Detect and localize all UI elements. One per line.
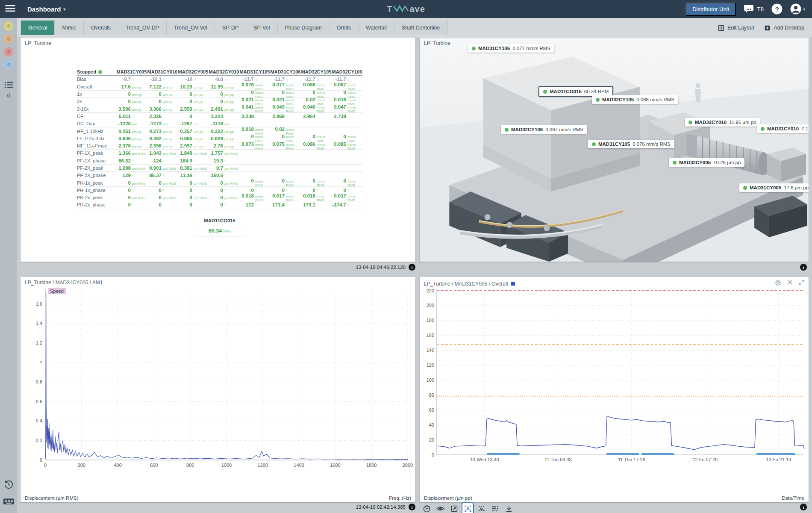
- table-cell: 0.043mm/s RMS: [270, 104, 301, 113]
- info-icon[interactable]: i: [800, 264, 807, 271]
- help-button[interactable]: ?: [771, 3, 783, 15]
- sensor-label-mad32cy010[interactable]: MAD32CY01011.95 µm pp: [685, 118, 760, 127]
- turbine-3d-scene[interactable]: [420, 38, 809, 262]
- info-icon[interactable]: i: [409, 264, 415, 271]
- svg-text:?: ?: [775, 6, 779, 13]
- tab-list: GeneralMimicOverallsTrend_OV-DPTrend_OV-…: [21, 21, 448, 35]
- status-dot: [472, 47, 476, 50]
- hamburger-menu-icon[interactable]: [5, 5, 16, 13]
- sensor-label-mad31cy106[interactable]: MAD31CY1060.077 mm/s RMS: [468, 44, 554, 53]
- table-cell: 0.075mm/s RMS: [270, 142, 301, 150]
- svg-text:12 Fri 21:13: 12 Fri 21:13: [766, 457, 791, 462]
- event-list-icon[interactable]: [4, 81, 13, 90]
- svg-text:1600: 1600: [330, 463, 340, 468]
- account-menu[interactable]: ▾: [790, 3, 805, 15]
- svg-text:0: 0: [44, 463, 47, 468]
- tab-sp-dp[interactable]: SP-DP: [215, 21, 246, 35]
- expand-icon-button[interactable]: [798, 279, 805, 288]
- add-square-icon: [764, 25, 771, 31]
- alarm-count-badge[interactable]: 0: [4, 47, 13, 56]
- column-header: MAD32CY005: [178, 69, 209, 74]
- table-cell: 1.043µm RMS: [147, 150, 178, 156]
- keyboard-icon[interactable]: [3, 497, 15, 507]
- svg-text:60: 60: [429, 407, 434, 413]
- download-icon-button[interactable]: [503, 503, 514, 513]
- gear-icon-button[interactable]: [774, 279, 782, 288]
- tab-phase-diagram[interactable]: Phase Diagram: [278, 21, 330, 35]
- table-cell: 164.9°: [178, 158, 209, 163]
- alarm-count-badge[interactable]: 0: [4, 34, 13, 44]
- table-cell: 0µm pp: [209, 91, 239, 97]
- table-cell: 0°: [239, 188, 270, 193]
- series-legend-swatch[interactable]: [511, 282, 515, 286]
- tab-sp-vel[interactable]: SP-Vel: [246, 21, 277, 35]
- wave-dashed-icon-button[interactable]: [476, 503, 487, 513]
- tab-mimic[interactable]: Mimic: [55, 21, 84, 35]
- table-row: PH-2x_peak0µm RMS0µm RMS0µm RMS0µm RMS0.…: [77, 194, 362, 201]
- table-cell: 0°: [332, 188, 362, 193]
- status-dot: [98, 70, 102, 74]
- table-cell: 1.366µm RMS: [116, 150, 147, 156]
- svg-text:1.4: 1.4: [36, 321, 42, 326]
- history-icon[interactable]: [4, 480, 14, 491]
- svg-text:160: 160: [427, 333, 434, 338]
- svg-text:140: 140: [427, 348, 434, 353]
- trend-chart[interactable]: 02040608010012014016018020022010 Wed 13:…: [420, 286, 808, 487]
- tab-trend-ov-vel[interactable]: Trend_OV-Vel: [167, 21, 215, 35]
- tab-general[interactable]: General: [21, 21, 55, 35]
- alarm-count-badge[interactable]: 0: [4, 21, 13, 31]
- table-cell: 0.041mm/s RMS: [239, 104, 270, 113]
- tab-trend-ov-dp[interactable]: Trend_OV-DP: [118, 21, 167, 35]
- eye-icon-button[interactable]: [435, 503, 446, 513]
- chart-toolbar: [421, 503, 514, 513]
- spectrum-chart[interactable]: 020040060080010001200140016001800200000.…: [21, 286, 415, 487]
- info-icon[interactable]: i: [800, 504, 807, 510]
- sensor-label-mad32cy005[interactable]: MAD32CY00510.29 µm pp: [669, 158, 744, 167]
- device-chat-button[interactable]: T8: [744, 4, 764, 14]
- rows-icon-button[interactable]: [490, 503, 500, 513]
- table-cell: 0.086mm/s RMS: [301, 142, 332, 150]
- svg-text:400: 400: [114, 463, 121, 468]
- table-cell: 0µm RMS: [147, 195, 178, 200]
- distributor-unit-button[interactable]: Distributor Unit: [685, 3, 736, 16]
- tabbar: GeneralMimicOverallsTrend_OV-DPTrend_OV-…: [17, 18, 812, 38]
- dashboard-menu[interactable]: Dashboard ▾: [27, 6, 65, 13]
- chart-title: LP_Turbine / MAD31CY005 / AM1: [25, 280, 103, 286]
- edit-layout-button[interactable]: Edit Layout: [718, 25, 754, 31]
- tab-orbits[interactable]: Orbits: [330, 21, 359, 35]
- table-cell: 0.017mm/s RMS: [270, 193, 301, 202]
- table-cell: 0.073mm/s RMS: [239, 142, 270, 150]
- table-cell: -11.7V: [270, 77, 301, 82]
- table-cell: 2.957µm pp: [178, 143, 209, 148]
- tab-waterfall[interactable]: Waterfall: [359, 21, 394, 35]
- info-icon[interactable]: i: [409, 504, 415, 510]
- table-cell: 1.757µm RMS: [209, 150, 239, 156]
- wave-select-icon-button[interactable]: [462, 503, 473, 513]
- tacho-value: 60.34: [209, 228, 222, 234]
- add-desktop-button[interactable]: Add Desktop: [764, 25, 804, 31]
- sensor-label-mad32cy105[interactable]: MAD32CY1050.088 mm/s RMS: [592, 95, 678, 104]
- stopwatch-icon-button[interactable]: [421, 503, 432, 513]
- table-cell: 2.376µm pp: [116, 143, 147, 148]
- table-cell: 2.559µm pp: [178, 106, 209, 112]
- table-cell: 0.492µm pp: [147, 136, 178, 141]
- sensor-label-mad32cy106[interactable]: MAD32CY1060.087 mm/s RMS: [501, 125, 587, 134]
- tab-shaft-centerline[interactable]: Shaft Centerline: [394, 21, 448, 35]
- alarm-count-badge[interactable]: 0: [4, 60, 13, 69]
- column-header: MAD32CY106: [332, 69, 362, 74]
- table-cell: 0.047mm/s RMS: [332, 104, 362, 113]
- sensor-label-mad31cy005[interactable]: MAD31CY00517.6 µm pp: [739, 183, 809, 192]
- table-cell: 5.011: [116, 114, 147, 119]
- close-icon-button[interactable]: [787, 279, 793, 288]
- svg-text:0.8: 0.8: [36, 379, 42, 384]
- sensor-label-mad31cy010[interactable]: MAD31CY0107.122 µm pp: [757, 124, 809, 133]
- table-cell: 171.4°: [270, 202, 301, 207]
- svg-text:11 Thu 17:26: 11 Thu 17:26: [618, 457, 645, 462]
- fit-icon-button[interactable]: [449, 503, 459, 513]
- sensor-label-mad31cy105[interactable]: MAD31CY1050.076 mm/s RMS: [588, 140, 674, 148]
- svg-text:40: 40: [429, 422, 434, 428]
- tab-overalls[interactable]: Overalls: [84, 21, 118, 35]
- table-row: PF-2X_peak1.298µm RMS0.901µm RMS0.381µm …: [77, 165, 362, 172]
- y-axis-label: Displacement (µm RMS): [25, 495, 78, 501]
- svg-text:11 Thu 03:33: 11 Thu 03:33: [544, 457, 572, 462]
